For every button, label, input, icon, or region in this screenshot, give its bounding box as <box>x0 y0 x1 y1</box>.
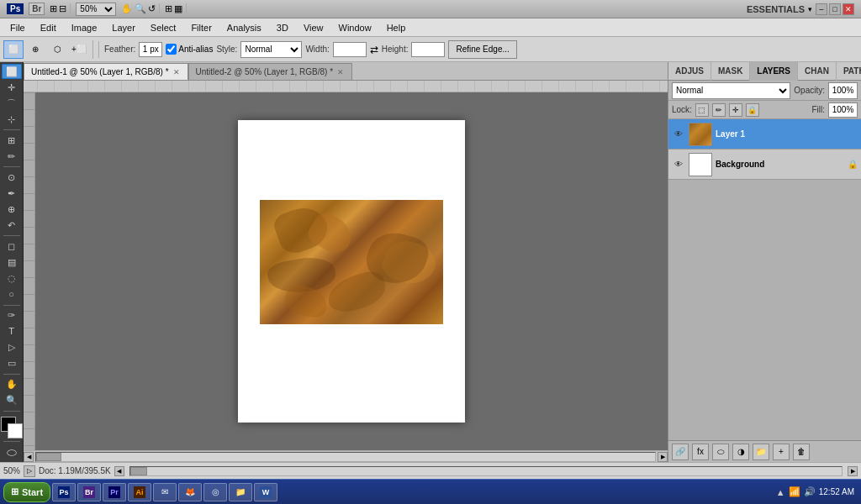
taskbar-volume[interactable]: 🔊 <box>804 486 816 497</box>
marquee-tool[interactable]: ⬜ <box>2 64 22 79</box>
taskbar-sys1[interactable]: ▲ <box>776 487 785 497</box>
essentials-arrow[interactable]: ▾ <box>808 5 812 13</box>
pen-tool[interactable]: ✑ <box>2 307 22 323</box>
tab-mask[interactable]: MASK <box>711 62 750 81</box>
tab-layers[interactable]: LAYERS <box>750 62 798 81</box>
title-tool-2[interactable]: ⊟ <box>59 3 66 14</box>
lasso-select-btn[interactable]: ⬡ <box>47 40 67 59</box>
tab-2-close[interactable]: ✕ <box>336 68 345 76</box>
layer-bg-visibility[interactable]: 👁 <box>672 158 685 171</box>
lock-paint[interactable]: ✏ <box>712 103 726 117</box>
clone-tool[interactable]: ⊕ <box>2 202 22 217</box>
taskbar-app-pr[interactable]: Pr <box>103 483 126 501</box>
layer-delete-btn[interactable]: 🗑 <box>793 444 810 460</box>
type-tool[interactable]: T <box>2 323 22 339</box>
close-btn[interactable]: ✕ <box>843 3 854 15</box>
eraser-tool[interactable]: ◻ <box>2 239 22 254</box>
hand-tool[interactable]: ✋ <box>121 3 133 14</box>
history-brush-tool[interactable]: ↶ <box>2 218 22 233</box>
lock-position[interactable]: ✛ <box>729 103 742 117</box>
layer-mask-btn[interactable]: ⬭ <box>712 444 729 460</box>
feather-input[interactable] <box>139 42 162 57</box>
menu-edit[interactable]: Edit <box>34 21 63 34</box>
layer-1-visibility[interactable]: 👁 <box>672 128 685 141</box>
taskbar-app-ai[interactable]: Ai <box>128 483 151 501</box>
taskbar-app-mail[interactable]: ✉ <box>153 483 177 501</box>
zoom-select[interactable]: 50%25%100% <box>76 3 116 16</box>
shape-tool[interactable]: ▭ <box>2 356 22 371</box>
canvas-scroll[interactable] <box>35 92 668 450</box>
status-hscroll-thumb[interactable] <box>130 467 147 475</box>
canvas-hscroll[interactable]: ◀ ▶ <box>24 450 668 462</box>
view-btn1[interactable]: ⊞ <box>165 3 172 14</box>
taskbar-network[interactable]: 📶 <box>789 486 800 497</box>
menu-view[interactable]: View <box>297 21 330 34</box>
magic-wand-tool[interactable]: ⊹ <box>2 112 22 127</box>
layer-group-btn[interactable]: 📁 <box>753 444 769 460</box>
gradient-tool[interactable]: ▤ <box>2 255 22 270</box>
refine-edge-btn[interactable]: Refine Edge... <box>448 40 516 59</box>
move-select-btn[interactable]: ⊕ <box>25 40 45 59</box>
blur-tool[interactable]: ◌ <box>2 270 22 286</box>
path-select-tool[interactable]: ▷ <box>2 339 22 354</box>
menu-layer[interactable]: Layer <box>105 21 142 34</box>
taskbar-app-w[interactable]: W <box>254 483 277 501</box>
hscroll-thumb[interactable] <box>36 453 61 461</box>
taskbar-app-ps[interactable]: Ps <box>52 483 76 501</box>
tab-1[interactable]: Untitled-1 @ 50% (Layer 1, RGB/8) * ✕ <box>24 63 188 80</box>
spot-heal-tool[interactable]: ⊙ <box>2 170 22 185</box>
hscroll-track[interactable] <box>35 452 656 462</box>
menu-image[interactable]: Image <box>65 21 104 34</box>
layer-item-bg[interactable]: 👁 Background 🔒 <box>668 150 861 180</box>
blend-mode-select[interactable]: NormalMultiplyScreen <box>672 82 790 99</box>
status-arrow[interactable]: ▷ <box>24 465 35 477</box>
minimize-btn[interactable]: – <box>816 3 827 15</box>
antialias-checkbox[interactable] <box>166 44 177 55</box>
title-tool-1[interactable]: ⊞ <box>50 3 57 14</box>
layer-new-btn[interactable]: + <box>773 444 790 460</box>
style-select[interactable]: NormalFixed RatioFixed Size <box>240 41 302 58</box>
hscroll-left[interactable]: ◀ <box>24 452 34 462</box>
zoom-tool[interactable]: 🔍 <box>135 3 146 14</box>
lock-transparent[interactable]: ⬚ <box>695 103 709 117</box>
background-color[interactable] <box>8 423 23 438</box>
rotate-tool[interactable]: ↺ <box>148 3 156 14</box>
view-btn2[interactable]: ▦ <box>174 3 182 14</box>
lasso-tool[interactable]: ⌒ <box>2 96 22 111</box>
tab-chan[interactable]: CHAN <box>798 62 837 81</box>
maximize-btn[interactable]: □ <box>829 3 841 15</box>
rect-select-btn[interactable]: ⬜ <box>3 40 24 59</box>
width-input[interactable] <box>333 42 367 57</box>
hand-nav-tool[interactable]: ✋ <box>2 376 22 391</box>
layer-link-btn[interactable]: 🔗 <box>672 444 689 460</box>
layer-item-1[interactable]: 👁 Layer 1 <box>668 119 861 150</box>
taskbar-app-br[interactable]: Br <box>77 483 101 501</box>
tab-adjus[interactable]: ADJUS <box>668 62 711 81</box>
move-tool[interactable]: ✛ <box>2 80 22 95</box>
height-input[interactable] <box>411 42 445 57</box>
menu-3d[interactable]: 3D <box>270 21 295 34</box>
tab-2[interactable]: Untitled-2 @ 50% (Layer 1, RGB/8) * ✕ <box>188 63 353 80</box>
quick-mask-btn[interactable]: ⬭ <box>2 444 22 460</box>
menu-help[interactable]: Help <box>380 21 413 34</box>
lock-all[interactable]: 🔒 <box>746 103 759 117</box>
color-boxes[interactable] <box>0 417 24 435</box>
opacity-input[interactable] <box>828 82 858 99</box>
add-select-btn[interactable]: +⬜ <box>69 40 89 59</box>
width-swap-icon[interactable]: ⇄ <box>370 44 378 55</box>
layer-adjust-btn[interactable]: ◑ <box>732 444 749 460</box>
menu-window[interactable]: Window <box>332 21 378 34</box>
hscroll2-left[interactable]: ◀ <box>114 466 124 476</box>
brush-tool[interactable]: ✒ <box>2 186 22 201</box>
zoom-nav-tool[interactable]: 🔍 <box>2 392 22 407</box>
tab-1-close[interactable]: ✕ <box>172 68 181 76</box>
tab-paths[interactable]: PATHS <box>837 62 861 81</box>
taskbar-app-6[interactable]: ◎ <box>203 483 227 501</box>
dodge-tool[interactable]: ○ <box>2 286 22 302</box>
eyedropper-tool[interactable]: ✏ <box>2 149 22 164</box>
menu-analysis[interactable]: Analysis <box>220 21 268 34</box>
menu-select[interactable]: Select <box>144 21 183 34</box>
fill-input[interactable] <box>828 102 858 118</box>
menu-filter[interactable]: Filter <box>184 21 218 34</box>
taskbar-app-ff[interactable]: 🦊 <box>178 483 202 501</box>
